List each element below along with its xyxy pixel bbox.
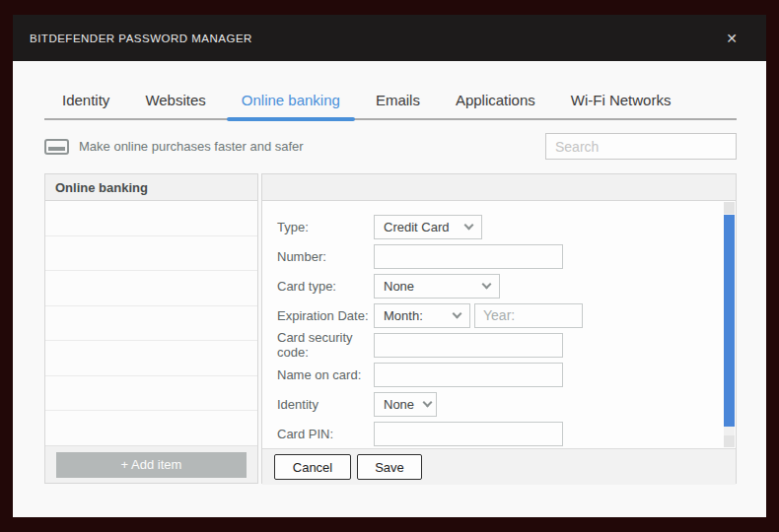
banner-text: Make online purchases faster and safer: [79, 139, 304, 154]
form-row-identity: Identity None: [277, 389, 736, 419]
list-item[interactable]: [45, 411, 257, 445]
tab-bar: Identity Websites Online banking Emails …: [44, 92, 737, 120]
save-button[interactable]: Save: [357, 454, 422, 480]
list-item[interactable]: [45, 341, 257, 376]
form-row-card-pin: Card PIN:: [277, 419, 736, 448]
expiration-year-input[interactable]: [474, 303, 583, 328]
search-box: [545, 133, 737, 160]
number-input[interactable]: [374, 244, 563, 269]
cancel-button[interactable]: Cancel: [274, 454, 351, 480]
form-row-expiration: Expiration Date: Month:: [277, 300, 736, 330]
card-pin-label: Card PIN:: [277, 427, 374, 441]
detail-panel-header: [262, 174, 736, 201]
app-window: BITDEFENDER PASSWORD MANAGER ✕ Identity …: [13, 15, 766, 517]
card-form: Type: Credit Card Number: Card type:: [262, 201, 736, 448]
list-item[interactable]: [45, 236, 257, 272]
card-detail-panel: Type: Credit Card Number: Card type:: [261, 173, 737, 484]
form-row-card-type: Card type: None: [277, 271, 736, 300]
card-type-select[interactable]: None: [374, 274, 500, 299]
security-code-input[interactable]: [374, 333, 563, 358]
list-item[interactable]: [45, 271, 257, 306]
scrollbar-thumb[interactable]: [724, 215, 735, 427]
chevron-down-icon: [482, 279, 492, 289]
card-pin-input[interactable]: [374, 422, 563, 446]
tab-identity[interactable]: Identity: [62, 92, 109, 118]
tab-wifi-networks[interactable]: Wi-Fi Networks: [571, 92, 672, 118]
name-on-card-label: Name on card:: [277, 367, 374, 382]
titlebar: BITDEFENDER PASSWORD MANAGER ✕: [13, 15, 766, 61]
form-row-name-on-card: Name on card:: [277, 360, 736, 389]
chevron-down-icon: [423, 397, 433, 407]
toolbar-row: Make online purchases faster and safer: [44, 133, 737, 160]
scrollbar-up-button[interactable]: [724, 202, 735, 214]
list-item[interactable]: [45, 376, 257, 412]
expiration-month-select[interactable]: Month:: [374, 303, 470, 328]
form-row-security-code: Card security code:: [277, 330, 736, 360]
scrollbar-down-button[interactable]: [724, 435, 735, 447]
number-label: Number:: [277, 249, 374, 264]
tab-online-banking[interactable]: Online banking: [242, 92, 340, 118]
tab-websites[interactable]: Websites: [145, 92, 205, 118]
chevron-down-icon: [464, 220, 474, 230]
type-select[interactable]: Credit Card: [374, 215, 482, 239]
type-select-value: Credit Card: [384, 220, 449, 234]
form-row-number: Number:: [277, 241, 736, 271]
card-type-select-value: None: [384, 279, 414, 294]
list-item[interactable]: [45, 201, 257, 236]
credit-card-icon: [44, 139, 69, 155]
scrollbar-track[interactable]: [724, 202, 735, 447]
identity-select-value: None: [384, 397, 414, 412]
tab-emails[interactable]: Emails: [376, 92, 420, 118]
expiration-month-value: Month:: [384, 308, 423, 323]
identity-select[interactable]: None: [374, 392, 437, 417]
expiration-label: Expiration Date:: [277, 308, 374, 323]
identity-label: Identity: [277, 397, 374, 412]
search-input[interactable]: [545, 133, 737, 160]
content-area: Identity Websites Online banking Emails …: [13, 61, 766, 517]
list-panel-footer: + Add item: [45, 445, 257, 483]
tab-applications[interactable]: Applications: [456, 92, 535, 118]
add-item-button[interactable]: + Add item: [56, 452, 247, 478]
form-actions: Cancel Save: [262, 448, 736, 485]
card-type-label: Card type:: [277, 279, 374, 294]
main-panels: Online banking + Add item: [44, 173, 737, 484]
form-row-type: Type: Credit Card: [277, 212, 736, 241]
list-panel-header: Online banking: [45, 174, 257, 201]
item-list: [45, 201, 257, 445]
window-title: BITDEFENDER PASSWORD MANAGER: [30, 33, 252, 44]
name-on-card-input[interactable]: [374, 363, 563, 387]
online-banking-list-panel: Online banking + Add item: [44, 173, 258, 484]
close-icon[interactable]: ✕: [722, 28, 742, 49]
list-item[interactable]: [45, 306, 257, 342]
type-label: Type:: [277, 220, 374, 234]
security-code-label: Card security code:: [277, 330, 374, 360]
chevron-down-icon: [453, 308, 462, 318]
